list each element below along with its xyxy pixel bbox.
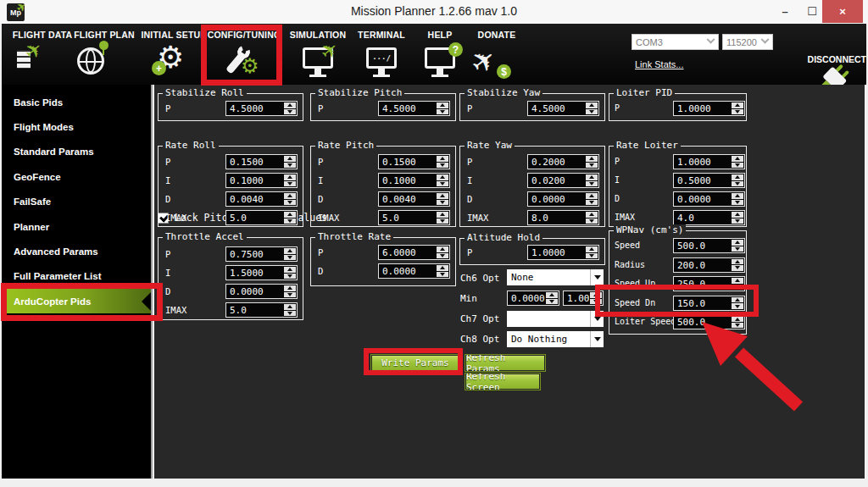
- tab-config-tuning[interactable]: CONFIG/TUNING ⚙: [203, 30, 285, 83]
- sidebar-item-advanced-params[interactable]: Advanced Params: [2, 239, 151, 263]
- spinner-buttons[interactable]: [586, 193, 598, 205]
- ch6-opt-select[interactable]: None: [507, 269, 604, 285]
- sidebar-item-flight-modes[interactable]: Flight Modes: [2, 114, 151, 139]
- rate-pitch-i-input[interactable]: 0.1000: [378, 173, 450, 188]
- rate-loiter-imax-input[interactable]: 4.0: [673, 210, 745, 225]
- spinner-buttons[interactable]: [284, 102, 296, 114]
- dropdown-arrow-icon[interactable]: [590, 331, 604, 347]
- rate-roll-i-input[interactable]: 0.1000: [225, 173, 298, 188]
- ch6-opt-label: Ch6 Opt: [460, 273, 499, 284]
- maximize-button[interactable]: ☐: [800, 0, 824, 23]
- spinner-buttons[interactable]: [546, 292, 558, 304]
- ch6-max-input[interactable]: 1.000: [563, 291, 604, 306]
- throttle-accel-d-input[interactable]: 0.0000: [225, 284, 298, 299]
- spinner-buttons[interactable]: [437, 265, 448, 277]
- spinner-buttons[interactable]: [732, 240, 743, 252]
- ch7-opt-select[interactable]: [507, 311, 604, 327]
- ch8-opt-select[interactable]: Do Nothing: [507, 331, 604, 347]
- spinner-buttons[interactable]: [732, 212, 743, 224]
- spinner-buttons[interactable]: [586, 212, 598, 224]
- sidebar-item-basic-pids[interactable]: Basic Pids: [2, 90, 151, 114]
- rate-loiter-p-input[interactable]: 1.0000: [673, 154, 745, 169]
- spinner-buttons[interactable]: [732, 102, 743, 114]
- rate-pitch-p-input[interactable]: 0.1500: [378, 154, 450, 169]
- rate-yaw-d-input[interactable]: 0.0000: [527, 191, 599, 207]
- tab-donate[interactable]: DONATE ✈ $: [456, 30, 537, 83]
- spinner-buttons[interactable]: [586, 102, 598, 114]
- spinner-buttons[interactable]: [732, 193, 743, 205]
- spinner-buttons[interactable]: [732, 278, 743, 290]
- chevron-down-icon: [707, 36, 715, 44]
- spinner-buttons[interactable]: [284, 156, 296, 168]
- stabilize-roll-p-input[interactable]: 4.5000: [225, 101, 298, 116]
- group-stabilize-yaw: Stabilize Yaw P 4.5000: [459, 93, 605, 121]
- spinner-buttons[interactable]: [586, 246, 598, 258]
- stabilize-yaw-p-input[interactable]: 4.5000: [527, 101, 599, 116]
- group-rate-yaw: Rate Yaw P 0.2000 I 0.0200 D 0.0000 IMAX…: [459, 146, 605, 227]
- spinner-buttons[interactable]: [586, 156, 598, 168]
- altitude-hold-p-input[interactable]: 1.0000: [527, 245, 599, 260]
- sidebar-item-failsafe[interactable]: FailSafe: [2, 190, 151, 214]
- minimize-button[interactable]: –: [773, 0, 797, 23]
- sidebar-item-standard-params[interactable]: Standard Params: [2, 140, 151, 164]
- spinner-buttons[interactable]: [284, 285, 296, 297]
- spinner-buttons[interactable]: [590, 292, 602, 304]
- spinner-buttons[interactable]: [437, 156, 448, 168]
- spinner-buttons[interactable]: [732, 174, 743, 186]
- wpnav-loiter-speed-input[interactable]: 500.0: [673, 314, 745, 329]
- spinner-buttons[interactable]: [284, 193, 296, 205]
- tab-initial-setup[interactable]: INITIAL SETUP ⚙ +: [133, 30, 214, 83]
- spinner-buttons[interactable]: [284, 174, 296, 186]
- sidebar-item-geofence[interactable]: GeoFence: [2, 164, 151, 189]
- loiter-pid-p-input[interactable]: 1.0000: [673, 101, 745, 116]
- throttle-rate-p-input[interactable]: 6.0000: [378, 245, 450, 260]
- stabilize-pitch-p-input[interactable]: 4.5000: [378, 101, 450, 116]
- rate-loiter-i-input[interactable]: 0.5000: [673, 173, 745, 188]
- sidebar-item-full-parameter-list[interactable]: Full Parameter List: [2, 264, 151, 289]
- sidebar-item-planner[interactable]: Planner: [2, 214, 151, 239]
- rate-roll-p-input[interactable]: 0.1500: [225, 154, 298, 169]
- spinner-buttons[interactable]: [437, 212, 448, 224]
- throttle-accel-p-input[interactable]: 0.7500: [225, 246, 298, 262]
- sidebar-item-arducopter-pids[interactable]: ArduCopter Pids: [2, 289, 151, 313]
- rate-yaw-imax-input[interactable]: 8.0: [527, 210, 599, 225]
- spinner-buttons[interactable]: [284, 248, 296, 260]
- rate-pitch-d-input[interactable]: 0.0040: [378, 191, 450, 207]
- wpnav-speed-input[interactable]: 500.0: [673, 238, 745, 253]
- close-button[interactable]: ×: [822, 0, 863, 23]
- rate-yaw-p-input[interactable]: 0.2000: [527, 154, 599, 169]
- baud-rate-select[interactable]: 115200: [722, 34, 773, 50]
- ch6-min-input[interactable]: 0.0000: [507, 291, 559, 306]
- group-throttle-rate: Throttle Rate P 6.0000 D 0.0000: [310, 237, 456, 286]
- wpnav-speed-up-input[interactable]: 250.0: [673, 276, 745, 291]
- spinner-buttons[interactable]: [284, 267, 296, 279]
- link-stats-link[interactable]: Link Stats...: [635, 59, 683, 69]
- spinner-buttons[interactable]: [437, 246, 448, 258]
- refresh-params-button[interactable]: Refresh Params: [465, 355, 545, 371]
- throttle-accel-imax-input[interactable]: 5.0: [225, 302, 298, 318]
- wpnav-speed-dn-input[interactable]: 150.0: [673, 296, 745, 311]
- spinner-buttons[interactable]: [732, 156, 743, 168]
- spinner-buttons[interactable]: [586, 174, 598, 186]
- write-params-button[interactable]: Write Params: [371, 355, 459, 371]
- rate-roll-d-input[interactable]: 0.0040: [225, 191, 298, 207]
- throttle-accel-i-input[interactable]: 1.5000: [225, 265, 298, 280]
- throttle-rate-d-input[interactable]: 0.0000: [378, 263, 450, 279]
- com-port-select[interactable]: COM3: [632, 34, 719, 50]
- spinner-buttons[interactable]: [732, 297, 743, 309]
- spinner-buttons[interactable]: [732, 259, 743, 271]
- refresh-screen-button[interactable]: Refresh Screen: [465, 374, 540, 390]
- spinner-buttons[interactable]: [284, 304, 296, 316]
- dropdown-arrow-icon[interactable]: [590, 311, 604, 327]
- rate-pitch-imax-input[interactable]: 5.0: [378, 210, 450, 225]
- dropdown-arrow-icon[interactable]: [590, 269, 604, 285]
- spinner-buttons[interactable]: [437, 102, 448, 114]
- rate-yaw-i-input[interactable]: 0.0200: [527, 173, 599, 188]
- spinner-buttons[interactable]: [284, 212, 296, 224]
- rate-loiter-d-input[interactable]: 0.0000: [673, 191, 745, 207]
- rate-roll-imax-input[interactable]: 5.0: [225, 210, 298, 225]
- spinner-buttons[interactable]: [732, 316, 743, 328]
- spinner-buttons[interactable]: [437, 193, 448, 205]
- spinner-buttons[interactable]: [437, 174, 448, 186]
- wpnav-radius-input[interactable]: 200.0: [673, 257, 745, 273]
